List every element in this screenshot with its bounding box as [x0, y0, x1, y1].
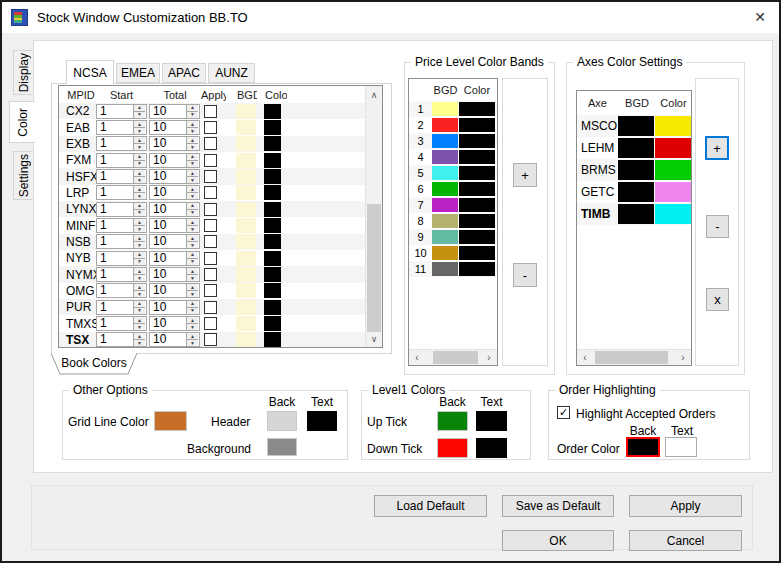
apply-checkbox[interactable] [204, 268, 217, 281]
bgd-swatch[interactable] [236, 283, 256, 298]
start-value[interactable]: 1 [97, 252, 133, 265]
start-value[interactable]: 1 [97, 170, 133, 183]
tab-emea[interactable]: EMEA [116, 63, 160, 83]
band-bgd-swatch[interactable] [432, 214, 458, 228]
add-axe-button[interactable]: + [705, 136, 729, 160]
band-color-swatch[interactable] [459, 134, 495, 148]
bgd-swatch[interactable] [236, 267, 256, 282]
color-swatch[interactable] [264, 104, 281, 119]
total-stepper[interactable]: 10 ▲ ▼ [149, 202, 200, 217]
apply-checkbox[interactable] [204, 317, 217, 330]
color-swatch[interactable] [264, 234, 281, 249]
axe-bgd-swatch[interactable] [618, 182, 655, 202]
start-value[interactable]: 1 [97, 186, 133, 199]
bgd-swatch[interactable] [236, 300, 256, 315]
start-value[interactable]: 1 [97, 154, 133, 167]
spin-down-icon[interactable]: ▼ [187, 193, 198, 199]
total-stepper[interactable]: 10 ▲ ▼ [149, 300, 200, 315]
spin-down-icon[interactable]: ▼ [134, 242, 145, 248]
start-stepper[interactable]: 1 ▲ ▼ [96, 153, 147, 168]
spin-down-icon[interactable]: ▼ [134, 308, 145, 314]
axe-bgd-swatch[interactable] [618, 138, 655, 158]
color-swatch[interactable] [264, 169, 281, 184]
start-stepper[interactable]: 1 ▲ ▼ [96, 120, 147, 135]
total-value[interactable]: 10 [150, 317, 186, 330]
total-value[interactable]: 10 [150, 219, 186, 232]
total-value[interactable]: 10 [150, 203, 186, 216]
band-bgd-swatch[interactable] [432, 262, 458, 276]
axe-color-swatch[interactable] [655, 204, 691, 224]
header-back-swatch[interactable] [267, 411, 297, 431]
spin-down-icon[interactable]: ▼ [187, 177, 198, 183]
spin-down-icon[interactable]: ▼ [187, 226, 198, 232]
spin-down-icon[interactable]: ▼ [187, 340, 198, 346]
spin-down-icon[interactable]: ▼ [187, 144, 198, 150]
total-value[interactable]: 10 [150, 186, 186, 199]
band-color-swatch[interactable] [459, 118, 495, 132]
total-stepper[interactable]: 10 ▲ ▼ [149, 332, 200, 347]
add-band-button[interactable]: + [513, 163, 537, 187]
total-stepper[interactable]: 10 ▲ ▼ [149, 283, 200, 298]
band-bgd-swatch[interactable] [432, 134, 458, 148]
total-value[interactable]: 10 [150, 268, 186, 281]
total-stepper[interactable]: 10 ▲ ▼ [149, 169, 200, 184]
color-swatch[interactable] [264, 283, 281, 298]
total-value[interactable]: 10 [150, 105, 186, 118]
bgd-swatch[interactable] [236, 169, 256, 184]
color-swatch[interactable] [264, 267, 281, 282]
bgd-swatch[interactable] [236, 136, 256, 151]
band-bgd-swatch[interactable] [432, 182, 458, 196]
band-color-swatch[interactable] [459, 166, 495, 180]
background-swatch[interactable] [267, 438, 297, 456]
spin-down-icon[interactable]: ▼ [134, 210, 145, 216]
start-stepper[interactable]: 1 ▲ ▼ [96, 218, 147, 233]
delete-axe-button[interactable]: x [706, 288, 729, 311]
color-swatch[interactable] [264, 153, 281, 168]
band-color-swatch[interactable] [459, 150, 495, 164]
spin-down-icon[interactable]: ▼ [134, 259, 145, 265]
band-bgd-swatch[interactable] [432, 102, 458, 116]
total-value[interactable]: 10 [150, 301, 186, 314]
color-swatch[interactable] [264, 136, 281, 151]
tab-display[interactable]: Display [13, 50, 34, 95]
color-swatch[interactable] [264, 316, 281, 331]
spin-down-icon[interactable]: ▼ [134, 112, 145, 118]
remove-axe-button[interactable]: - [706, 215, 729, 238]
axe-color-swatch[interactable] [655, 182, 691, 202]
total-stepper[interactable]: 10 ▲ ▼ [149, 185, 200, 200]
total-stepper[interactable]: 10 ▲ ▼ [149, 316, 200, 331]
spin-up-icon[interactable]: ▲ [134, 121, 145, 128]
start-stepper[interactable]: 1 ▲ ▼ [96, 104, 147, 119]
axe-bgd-swatch[interactable] [618, 116, 655, 136]
mpid-table-scrollbar[interactable]: ∧ ∨ [365, 86, 382, 347]
spin-down-icon[interactable]: ▼ [187, 128, 198, 134]
apply-button[interactable]: Apply [629, 495, 742, 517]
apply-checkbox[interactable] [204, 170, 217, 183]
band-bgd-swatch[interactable] [432, 150, 458, 164]
scrollbar-thumb[interactable] [367, 204, 381, 332]
tab-color[interactable]: Color [9, 101, 35, 143]
down-tick-back-swatch[interactable] [437, 438, 468, 458]
spin-down-icon[interactable]: ▼ [134, 193, 145, 199]
start-stepper[interactable]: 1 ▲ ▼ [96, 169, 147, 184]
order-color-text-swatch[interactable] [665, 437, 697, 457]
axe-bgd-swatch[interactable] [618, 204, 655, 224]
spin-down-icon[interactable]: ▼ [134, 226, 145, 232]
scrollbar-thumb[interactable] [595, 351, 668, 364]
spin-up-icon[interactable]: ▲ [187, 121, 198, 128]
total-stepper[interactable]: 10 ▲ ▼ [149, 104, 200, 119]
apply-checkbox[interactable] [204, 301, 217, 314]
tab-settings[interactable]: Settings [13, 151, 34, 200]
start-stepper[interactable]: 1 ▲ ▼ [96, 267, 147, 282]
band-color-swatch[interactable] [459, 230, 495, 244]
start-stepper[interactable]: 1 ▲ ▼ [96, 283, 147, 298]
bgd-swatch[interactable] [236, 202, 256, 217]
bgd-swatch[interactable] [236, 185, 256, 200]
start-stepper[interactable]: 1 ▲ ▼ [96, 300, 147, 315]
total-stepper[interactable]: 10 ▲ ▼ [149, 136, 200, 151]
start-stepper[interactable]: 1 ▲ ▼ [96, 136, 147, 151]
ok-button[interactable]: OK [502, 530, 614, 551]
band-bgd-swatch[interactable] [432, 118, 458, 132]
apply-checkbox[interactable] [204, 284, 217, 297]
color-swatch[interactable] [264, 218, 281, 233]
